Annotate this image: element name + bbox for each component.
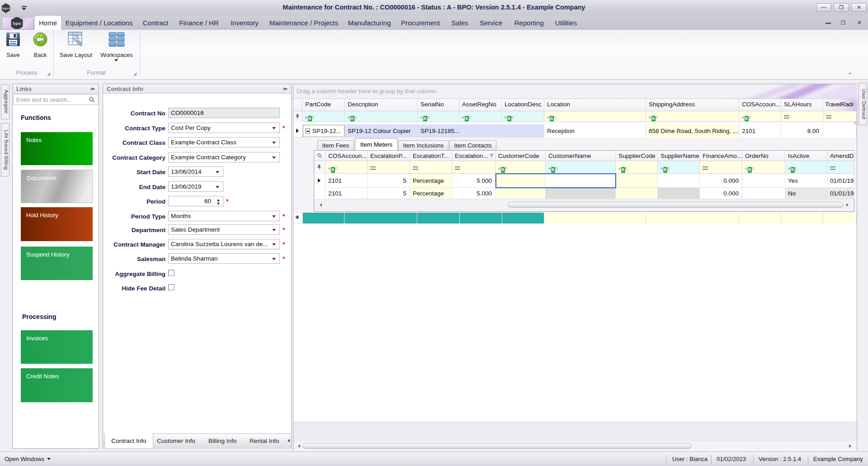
svg-text:bpo: bpo — [13, 21, 21, 26]
svg-text:bpo: bpo — [3, 6, 9, 10]
